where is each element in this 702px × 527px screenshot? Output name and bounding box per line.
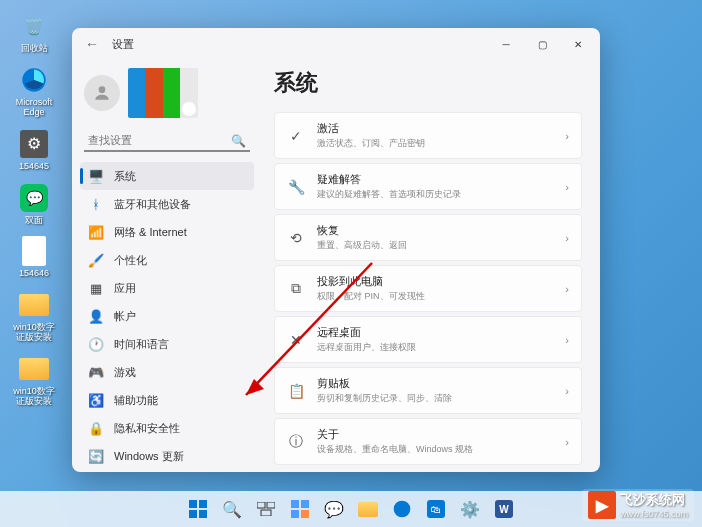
recycle-bin-icon: 🗑️ [18, 10, 50, 42]
taskbar-widgets[interactable] [285, 494, 315, 524]
card-title: 激活 [317, 121, 553, 136]
search-box[interactable]: 🔍 [84, 130, 250, 152]
settings-card-2[interactable]: ⟲恢复重置、高级启动、返回› [274, 214, 582, 261]
nav-item-0[interactable]: 🖥️系统 [80, 162, 254, 190]
desktop-icon-label: 双面 [25, 216, 43, 226]
nav-label: 应用 [114, 281, 136, 296]
desktop-icon-recycle-bin[interactable]: 🗑️回收站 [8, 8, 60, 56]
maximize-button[interactable]: ▢ [524, 30, 560, 58]
profile-area[interactable] [80, 64, 254, 126]
settings-window: ← 设置 ─ ▢ ✕ 🔍 🖥️系统ᚼ蓝牙和其他设备📶网络 & Internet🖌… [72, 28, 600, 472]
taskbar-taskview[interactable] [251, 494, 281, 524]
card-icon: ✕ [287, 331, 305, 349]
nav-icon: 🔒 [88, 420, 104, 436]
svg-point-15 [394, 501, 411, 518]
nav-label: 隐私和安全性 [114, 421, 180, 436]
taskbar-search[interactable]: 🔍 [217, 494, 247, 524]
desktop-icon-edge[interactable]: Microsoft Edge [8, 62, 60, 120]
close-button[interactable]: ✕ [560, 30, 596, 58]
nav-icon: ᚼ [88, 196, 104, 212]
profile-books-image [128, 68, 198, 118]
nav-icon: 🔄 [88, 448, 104, 464]
settings-card-0[interactable]: ✓激活激活状态、订阅、产品密钥› [274, 112, 582, 159]
chevron-right-icon: › [565, 130, 569, 142]
content: 系统 ✓激活激活状态、订阅、产品密钥›🔧疑难解答建议的疑难解答、首选项和历史记录… [262, 60, 600, 472]
nav: 🖥️系统ᚼ蓝牙和其他设备📶网络 & Internet🖌️个性化▦应用👤帐户🕐时间… [80, 162, 254, 470]
titlebar: ← 设置 ─ ▢ ✕ [72, 28, 600, 60]
card-subtitle: 远程桌面用户、连接权限 [317, 341, 553, 354]
nav-item-4[interactable]: ▦应用 [80, 274, 254, 302]
nav-label: Windows 更新 [114, 449, 184, 464]
taskbar-settings[interactable]: ⚙️ [455, 494, 485, 524]
desktop-icon-folder1[interactable]: win10数字证版安装 [8, 287, 60, 345]
card-icon: ⓘ [287, 433, 305, 451]
nav-label: 系统 [114, 169, 136, 184]
desktop-icon-folder2[interactable]: win10数字证版安装 [8, 351, 60, 409]
nav-icon: ▦ [88, 280, 104, 296]
sidebar: 🔍 🖥️系统ᚼ蓝牙和其他设备📶网络 & Internet🖌️个性化▦应用👤帐户🕐… [72, 60, 262, 472]
nav-label: 个性化 [114, 253, 147, 268]
card-subtitle: 激活状态、订阅、产品密钥 [317, 137, 553, 150]
card-subtitle: 重置、高级启动、返回 [317, 239, 553, 252]
taskbar-chat[interactable]: 💬 [319, 494, 349, 524]
search-icon: 🔍 [231, 134, 246, 148]
card-title: 投影到此电脑 [317, 274, 553, 289]
settings-card-6[interactable]: ⓘ关于设备规格、重命名电脑、Windows 规格› [274, 418, 582, 465]
chevron-right-icon: › [565, 283, 569, 295]
nav-icon: 🖌️ [88, 252, 104, 268]
svg-rect-8 [257, 502, 265, 508]
minimize-button[interactable]: ─ [488, 30, 524, 58]
folder-icon [18, 289, 50, 321]
desktop-icon-file2[interactable]: 154646 [8, 233, 60, 281]
chevron-right-icon: › [565, 436, 569, 448]
nav-icon: 🎮 [88, 364, 104, 380]
taskbar-edge[interactable] [387, 494, 417, 524]
desktop-icon-wechat[interactable]: 💬双面 [8, 180, 60, 228]
svg-rect-11 [291, 500, 299, 508]
desktop-icon-label: win10数字证版安装 [10, 323, 58, 343]
nav-label: 蓝牙和其他设备 [114, 197, 191, 212]
nav-item-3[interactable]: 🖌️个性化 [80, 246, 254, 274]
card-icon: ⧉ [287, 280, 305, 298]
edge-icon [18, 64, 50, 96]
back-button[interactable]: ← [76, 28, 108, 60]
taskbar-explorer[interactable] [353, 494, 383, 524]
desktop-icon-label: 154645 [19, 162, 49, 172]
card-subtitle: 剪切和复制历史记录、同步、清除 [317, 392, 553, 405]
nav-item-1[interactable]: ᚼ蓝牙和其他设备 [80, 190, 254, 218]
avatar [84, 75, 120, 111]
nav-item-6[interactable]: 🕐时间和语言 [80, 330, 254, 358]
nav-item-5[interactable]: 👤帐户 [80, 302, 254, 330]
settings-card-3[interactable]: ⧉投影到此电脑权限、配对 PIN、可发现性› [274, 265, 582, 312]
settings-card-5[interactable]: 📋剪贴板剪切和复制历史记录、同步、清除› [274, 367, 582, 414]
settings-card-4[interactable]: ✕远程桌面远程桌面用户、连接权限› [274, 316, 582, 363]
window-title: 设置 [112, 37, 134, 52]
taskbar-start[interactable] [183, 494, 213, 524]
card-title: 剪贴板 [317, 376, 553, 391]
taskbar-word[interactable]: W [489, 494, 519, 524]
card-icon: ⟲ [287, 229, 305, 247]
desktop-icon-file1[interactable]: ⚙154645 [8, 126, 60, 174]
search-input[interactable] [84, 130, 250, 150]
watermark-logo: ▶ [588, 491, 616, 519]
nav-icon: 🖥️ [88, 168, 104, 184]
svg-rect-12 [301, 500, 309, 508]
nav-label: 游戏 [114, 365, 136, 380]
card-title: 恢复 [317, 223, 553, 238]
nav-item-2[interactable]: 📶网络 & Internet [80, 218, 254, 246]
card-icon: ✓ [287, 127, 305, 145]
nav-item-8[interactable]: ♿辅助功能 [80, 386, 254, 414]
settings-card-1[interactable]: 🔧疑难解答建议的疑难解答、首选项和历史记录› [274, 163, 582, 210]
desktop-icon-label: Microsoft Edge [10, 98, 58, 118]
chevron-right-icon: › [565, 334, 569, 346]
wechat-icon: 💬 [18, 182, 50, 214]
taskbar-store[interactable]: 🛍 [421, 494, 451, 524]
nav-item-7[interactable]: 🎮游戏 [80, 358, 254, 386]
svg-point-1 [99, 86, 106, 93]
svg-rect-5 [199, 500, 207, 508]
nav-item-10[interactable]: 🔄Windows 更新 [80, 442, 254, 470]
watermark-url: www.fs0745.com [620, 509, 688, 519]
nav-icon: 👤 [88, 308, 104, 324]
chevron-right-icon: › [565, 232, 569, 244]
nav-item-9[interactable]: 🔒隐私和安全性 [80, 414, 254, 442]
